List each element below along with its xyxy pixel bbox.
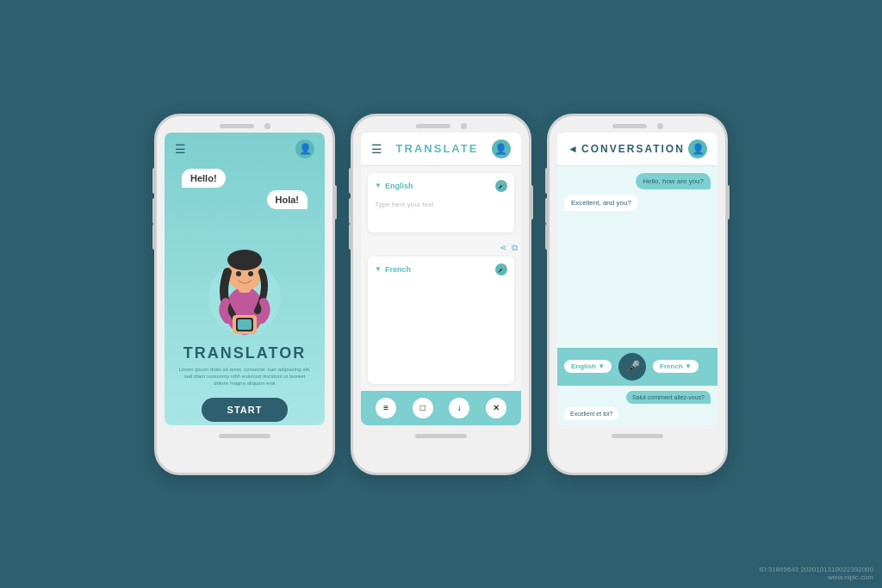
phone3-top-bar (550, 116, 725, 133)
avatar-icon-2 (492, 139, 511, 158)
back-arrow[interactable]: ◄ (568, 143, 578, 155)
english-lang-label: English (385, 182, 413, 190)
phone1-bottom-bar (219, 434, 270, 438)
french-dropdown-arrow[interactable]: ▼ (375, 265, 382, 273)
bubble-hello: Hello! (182, 169, 226, 188)
english-placeholder[interactable]: Type here your text (375, 197, 507, 226)
speaker (220, 124, 254, 128)
screen1-header: ☰ (165, 133, 325, 165)
camera-3 (657, 123, 663, 129)
toolbar-icon-4[interactable]: ✕ (486, 398, 506, 418)
menu-icon-2[interactable]: ☰ (371, 142, 382, 156)
english-lang-row: ▼ English (375, 180, 507, 192)
svg-rect-9 (238, 319, 252, 330)
camera (264, 123, 270, 129)
phones-container: ☰ Hello! Hola! (137, 96, 745, 492)
phone1-screen: ☰ Hello! Hola! (165, 133, 325, 425)
camera-2 (461, 123, 467, 129)
screen3-header: ◄ CONVERSATION (557, 133, 717, 166)
phone3-bottom-bar (612, 434, 663, 438)
screen2-header: ☰ TRANSLATE (361, 133, 521, 166)
conversation-bottom-messages: Salut comment allez-vous? Excellent et t… (557, 386, 717, 425)
translate-title: TRANSLATE (396, 142, 479, 155)
message-2: Excellent, and you? (564, 195, 638, 211)
bubble-hola: Hola! (267, 190, 308, 209)
french-lang-row: ▼ French (375, 263, 507, 275)
english-section: ▼ English Type here your text (368, 173, 514, 232)
speaker-2 (416, 124, 450, 128)
conversation-top-messages: Hello, how are you? Excellent, and you? (557, 166, 717, 348)
message-3: Salut comment allez-vous? (626, 391, 711, 404)
phone-3: ◄ CONVERSATION Hello, how are you? Excel… (547, 114, 728, 475)
character-area (197, 220, 292, 341)
french-mic-icon[interactable] (495, 263, 507, 275)
screen2-toolbar: ≡ □ ↓ ✕ (361, 391, 521, 425)
toolbar-icon-3[interactable]: ↓ (449, 398, 469, 418)
french-tag[interactable]: French ▼ (653, 360, 699, 373)
avatar-icon-3 (688, 139, 707, 158)
toolbar-icon-2[interactable]: □ (413, 398, 433, 418)
share-copy-row: ⋖ ⧉ (361, 243, 521, 253)
menu-icon[interactable]: ☰ (175, 142, 186, 156)
phone-1: ☰ Hello! Hola! (154, 114, 335, 475)
english-mic-icon[interactable] (495, 180, 507, 192)
speech-bubbles: Hello! Hola! (165, 169, 325, 220)
french-lang-label: French (385, 265, 411, 274)
toolbar-icon-3-label: ↓ (457, 403, 462, 412)
translator-title: TRANSLATOR (183, 344, 306, 362)
english-dropdown-arrow[interactable]: ▼ (375, 182, 382, 189)
watermark: ID:31869643 2020101310022392000 www.nipi… (759, 566, 873, 581)
english-tag-label: English (571, 362, 596, 370)
conversation-title: CONVERSATION (581, 143, 685, 155)
message-1: Hello, how are you? (636, 173, 711, 189)
message-4: Excellent et toi? (564, 407, 618, 420)
phone2-screen: ☰ TRANSLATE ▼ English Type here your tex… (361, 133, 521, 425)
start-button[interactable]: START (202, 398, 289, 422)
svg-point-6 (248, 271, 253, 276)
speaker-3 (612, 124, 647, 128)
mic-button[interactable]: 🎤 (618, 353, 646, 381)
toolbar-icon-4-label: ✕ (493, 403, 500, 412)
share-icon[interactable]: ⋖ (500, 243, 506, 253)
toolbar-icon-2-label: □ (420, 403, 425, 412)
english-tag[interactable]: English ▼ (564, 360, 612, 373)
avatar-icon (295, 139, 314, 158)
watermark-site: www.nipic.com (759, 573, 873, 581)
phone3-screen: ◄ CONVERSATION Hello, how are you? Excel… (557, 133, 717, 425)
character-svg (202, 229, 288, 341)
french-tag-label: French (660, 362, 683, 370)
phone1-top-bar (157, 116, 332, 133)
phone-2: ☰ TRANSLATE ▼ English Type here your tex… (351, 114, 531, 475)
watermark-id: ID:31869643 2020101310022392000 (759, 566, 873, 573)
copy-icon[interactable]: ⧉ (512, 243, 518, 253)
phone2-bottom-bar (415, 434, 467, 438)
svg-point-4 (227, 250, 262, 270)
translator-subtitle: Lorem ipsum dolor sit amet, consecte- tu… (165, 362, 325, 391)
french-section: ▼ French (368, 257, 514, 384)
svg-point-5 (236, 271, 241, 276)
toolbar-icon-1-label: ≡ (383, 403, 388, 412)
phone2-top-bar (353, 116, 529, 133)
english-dropdown[interactable]: ▼ (598, 362, 605, 370)
conv-language-bar: English ▼ 🎤 French ▼ (557, 348, 717, 386)
toolbar-icon-1[interactable]: ≡ (376, 398, 396, 418)
french-dropdown[interactable]: ▼ (685, 362, 692, 370)
